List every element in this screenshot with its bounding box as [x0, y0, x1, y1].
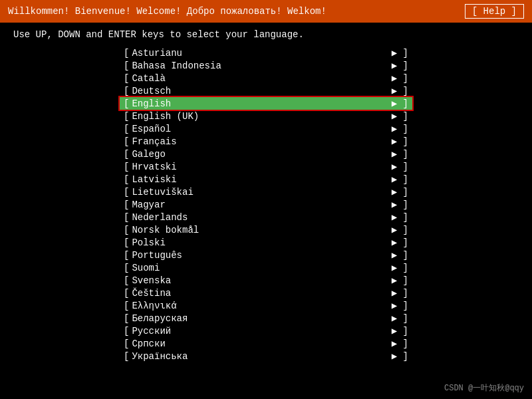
language-name: Hrvatski	[132, 162, 384, 172]
list-item[interactable]: [Español▶ ]	[120, 122, 412, 135]
language-name: Čeština	[132, 288, 384, 299]
list-item[interactable]: [Deutsch▶ ]	[120, 84, 412, 97]
arrow-icon: ▶ ]	[392, 350, 408, 362]
language-name: English	[132, 98, 384, 109]
list-item[interactable]: [Bahasa Indonesia▶ ]	[120, 59, 412, 72]
bracket-left: [	[124, 212, 129, 223]
arrow-icon: ▶ ]	[392, 313, 408, 324]
arrow-icon: ▶ ]	[392, 224, 408, 235]
bracket-left: [	[124, 237, 129, 248]
language-name: Español	[132, 124, 384, 134]
list-item[interactable]: [Svenska▶ ]	[120, 274, 412, 287]
bracket-left: [	[124, 149, 129, 160]
watermark: CSDN @一叶知秋@qqy	[444, 382, 524, 394]
language-list: [Asturianu▶ ][Bahasa Indonesia▶ ][Català…	[0, 47, 532, 362]
list-item[interactable]: [English▶ ]	[120, 97, 412, 110]
arrow-icon: ▶ ]	[392, 174, 408, 185]
arrow-icon: ▶ ]	[392, 85, 408, 96]
bracket-left: [	[124, 111, 129, 122]
list-item[interactable]: [Polski▶ ]	[120, 236, 412, 249]
arrow-icon: ▶ ]	[392, 275, 408, 286]
instruction-text: Use UP, DOWN and ENTER keys to select yo…	[0, 23, 532, 47]
bracket-left: [	[124, 275, 129, 286]
bracket-left: [	[124, 61, 129, 71]
list-item[interactable]: [Português▶ ]	[120, 249, 412, 261]
list-item[interactable]: [Magyar▶ ]	[120, 198, 412, 211]
bracket-left: [	[124, 174, 129, 185]
language-name: Ελληνικά	[132, 301, 384, 311]
language-name: Català	[132, 73, 384, 84]
header-bar: Willkommen! Bienvenue! Welcome! Добро по…	[0, 0, 532, 23]
bracket-left: [	[124, 200, 129, 210]
language-name: Polski	[132, 237, 384, 248]
language-name: Lietuviškai	[132, 187, 384, 198]
arrow-icon: ▶ ]	[392, 148, 408, 160]
bracket-left: [	[124, 288, 129, 299]
bracket-left: [	[124, 187, 129, 198]
bracket-left: [	[124, 263, 129, 273]
list-item[interactable]: [Latviski▶ ]	[120, 173, 412, 186]
language-name: Svenska	[132, 275, 384, 286]
bracket-left: [	[124, 86, 129, 96]
arrow-icon: ▶ ]	[392, 72, 408, 84]
list-item[interactable]: [Беларуская▶ ]	[120, 312, 412, 325]
list-item[interactable]: [Català▶ ]	[120, 72, 412, 84]
bracket-left: [	[124, 250, 129, 261]
language-name: Українська	[132, 351, 384, 362]
arrow-icon: ▶ ]	[392, 186, 408, 198]
list-item[interactable]: [Русский▶ ]	[120, 325, 412, 337]
arrow-icon: ▶ ]	[392, 287, 408, 299]
language-name: Norsk bokmål	[132, 225, 384, 235]
language-name: Français	[132, 136, 384, 147]
arrow-icon: ▶ ]	[392, 199, 408, 210]
header-title: Willkommen! Bienvenue! Welcome! Добро по…	[8, 6, 327, 17]
list-item[interactable]: [Српски▶ ]	[120, 337, 412, 350]
list-item[interactable]: [Galego▶ ]	[120, 148, 412, 160]
arrow-icon: ▶ ]	[392, 123, 408, 134]
list-item[interactable]: [Ελληνικά▶ ]	[120, 299, 412, 312]
language-name: English (UK)	[132, 111, 384, 122]
language-name: Беларуская	[132, 313, 384, 324]
list-item[interactable]: [Čeština▶ ]	[120, 287, 412, 299]
language-name: Português	[132, 250, 384, 261]
list-item[interactable]: [Français▶ ]	[120, 135, 412, 148]
language-name: Suomi	[132, 263, 384, 273]
bracket-left: [	[124, 338, 129, 349]
list-item[interactable]: [English (UK)▶ ]	[120, 110, 412, 122]
arrow-icon: ▶ ]	[392, 98, 408, 109]
bracket-left: [	[124, 48, 129, 59]
bracket-left: [	[124, 351, 129, 362]
language-name: Русский	[132, 326, 384, 336]
arrow-icon: ▶ ]	[392, 237, 408, 248]
language-name: Deutsch	[132, 86, 384, 96]
arrow-icon: ▶ ]	[392, 110, 408, 122]
list-item[interactable]: [Hrvatski▶ ]	[120, 160, 412, 173]
language-name: Nederlands	[132, 212, 384, 223]
language-name: Asturianu	[132, 48, 384, 59]
list-item[interactable]: [Українська▶ ]	[120, 350, 412, 362]
help-button[interactable]: [ Help ]	[465, 4, 524, 19]
bracket-left: [	[124, 326, 129, 336]
bracket-left: [	[124, 162, 129, 172]
list-item[interactable]: [Suomi▶ ]	[120, 261, 412, 274]
arrow-icon: ▶ ]	[392, 249, 408, 261]
arrow-icon: ▶ ]	[392, 211, 408, 223]
arrow-icon: ▶ ]	[392, 338, 408, 349]
arrow-icon: ▶ ]	[392, 47, 408, 59]
bracket-left: [	[124, 313, 129, 324]
bracket-left: [	[124, 98, 129, 109]
bracket-left: [	[124, 301, 129, 311]
bracket-left: [	[124, 124, 129, 134]
arrow-icon: ▶ ]	[392, 161, 408, 172]
arrow-icon: ▶ ]	[392, 136, 408, 147]
list-item[interactable]: [Lietuviškai▶ ]	[120, 186, 412, 198]
list-item[interactable]: [Nederlands▶ ]	[120, 211, 412, 223]
arrow-icon: ▶ ]	[392, 325, 408, 336]
list-item[interactable]: [Norsk bokmål▶ ]	[120, 223, 412, 236]
bracket-left: [	[124, 225, 129, 235]
language-name: Српски	[132, 338, 384, 349]
language-name: Bahasa Indonesia	[132, 61, 384, 71]
bracket-left: [	[124, 136, 129, 147]
language-name: Magyar	[132, 200, 384, 210]
list-item[interactable]: [Asturianu▶ ]	[120, 47, 412, 59]
